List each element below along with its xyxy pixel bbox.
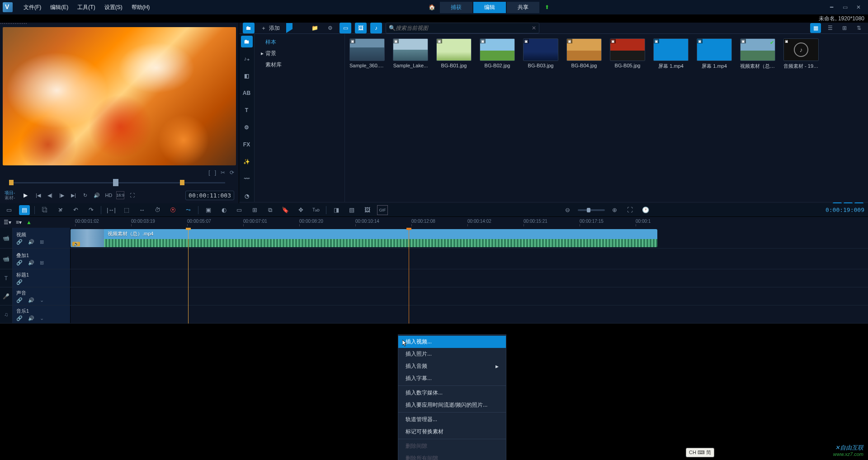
tl-stretch-icon[interactable]: ↔ <box>137 205 147 215</box>
chevron-down-icon[interactable]: ⌄ <box>40 297 44 303</box>
tl-color-icon[interactable]: ▧ <box>346 205 357 215</box>
sidebar-media-icon[interactable]: 🖿 <box>241 36 253 47</box>
library-item[interactable]: ▣Sample_360.m... <box>349 38 385 70</box>
mark-in-icon[interactable]: [ <box>208 169 210 176</box>
track-options-icon[interactable]: ☰▾ <box>4 219 11 225</box>
window-minimize[interactable]: ━ <box>825 3 838 11</box>
tl-crop-icon[interactable]: ⬚ <box>121 205 132 215</box>
preview-scrubber[interactable] <box>5 178 234 187</box>
library-item[interactable]: ▣BG-B02.jpg <box>480 38 515 70</box>
timeline-timecode[interactable]: 0:00:19:009 <box>826 207 864 213</box>
library-item[interactable]: ▣BG-B03.jpg <box>523 38 558 70</box>
clear-search-icon[interactable]: ✕ <box>532 25 536 31</box>
home-icon[interactable]: 🏠 <box>426 2 439 12</box>
menu-edit[interactable]: 编辑(E) <box>46 2 73 13</box>
track-sort-icon[interactable]: ≡▾ <box>16 219 22 225</box>
library-item[interactable]: ▣BG-B04.jpg <box>566 38 602 70</box>
ctx-insert-timelapse[interactable]: 插入要应用时间流逝/频闪的照片... <box>398 399 506 411</box>
tl-copy-icon[interactable]: ⿻ <box>39 205 50 215</box>
mode-project[interactable]: 项目- <box>5 190 15 195</box>
sidebar-title-icon[interactable]: T <box>241 104 253 116</box>
track-voice-body[interactable] <box>71 287 868 305</box>
video-clip[interactable]: 视频素材（总）.mp4 🔊 <box>71 229 657 247</box>
filter-audio-icon[interactable]: ♪ <box>370 23 382 33</box>
library-item[interactable]: ▣♪音频素材 - 196... <box>783 38 819 70</box>
filter-video-icon[interactable]: ▭ <box>340 23 351 33</box>
sidebar-ab-icon[interactable]: AB <box>241 87 253 99</box>
panel-grip[interactable] <box>0 23 27 25</box>
chevron-down-icon[interactable]: ⌄ <box>40 315 44 321</box>
tl-timeline-icon[interactable]: ▤ <box>19 205 30 215</box>
search-input[interactable] <box>396 25 532 31</box>
track-video-body[interactable]: 视频素材（总）.mp4 🔊 <box>71 228 868 248</box>
track-title-icon[interactable]: T <box>0 269 13 287</box>
zoom-out-icon[interactable]: ⊖ <box>562 205 573 215</box>
tl-undo-icon[interactable]: ↶ <box>70 205 81 215</box>
link-icon[interactable]: 🔗 <box>16 260 23 266</box>
tl-mask-icon[interactable]: ▣ <box>203 205 214 215</box>
sidebar-fx-icon[interactable]: FX <box>241 139 253 150</box>
preview-viewport[interactable] <box>3 27 236 165</box>
ctx-insert-photo[interactable]: 插入照片... <box>398 348 506 360</box>
tl-picture-icon[interactable]: 🖼 <box>362 205 373 215</box>
mode-clip[interactable]: 素材- <box>5 195 15 200</box>
tl-pan-icon[interactable]: ✥ <box>295 205 306 215</box>
timeline-ruler[interactable]: 00:00:01:0200:00:03:1900:00:05:0700:00:0… <box>71 217 868 228</box>
tl-clock-icon[interactable]: 🕐 <box>640 205 651 215</box>
ctx-insert-subtitle[interactable]: 插入字幕... <box>398 372 506 385</box>
zoom-slider[interactable] <box>578 209 605 211</box>
menu-settings[interactable]: 设置(S) <box>100 2 127 13</box>
track-music-icon[interactable]: ♫ <box>0 305 13 323</box>
zoom-fit-icon[interactable]: ⛶ <box>625 205 636 215</box>
library-item[interactable]: ▣屏幕 1.mp4 <box>653 38 689 70</box>
sidebar-sound-icon[interactable]: ♪₊ <box>241 53 253 65</box>
tl-storyboard-icon[interactable]: ▭ <box>4 205 14 215</box>
track-video-icon[interactable]: 📹 <box>0 228 13 248</box>
playhead-marker-2[interactable] <box>409 228 409 324</box>
library-item[interactable]: ▣BG-B01.jpg <box>436 38 472 70</box>
library-item[interactable]: ▣屏幕 1.mp4 <box>697 38 732 70</box>
library-grid[interactable]: ▣Sample_360.m...▣Sample_Lake...▣BG-B01.j… <box>345 34 868 202</box>
add-button[interactable]: ＋添加 <box>258 24 283 32</box>
mark-out-icon[interactable]: ] <box>215 169 216 176</box>
preview-timecode[interactable]: 00:00:11:003 <box>185 191 234 200</box>
tl-grid-icon[interactable]: ⊞ <box>249 205 260 215</box>
tl-split-icon[interactable]: ⧉ <box>264 205 275 215</box>
ctx-mark-replaceable[interactable]: 标记可替换素材 <box>398 426 506 438</box>
sidebar-path-icon[interactable]: 〰 <box>241 173 253 185</box>
menu-tools[interactable]: 工具(T) <box>73 2 99 13</box>
tl-frame-icon[interactable]: ▭ <box>234 205 245 215</box>
filter-photo-icon[interactable]: 🖼 <box>355 23 367 33</box>
play-button[interactable]: ▶ <box>20 190 30 200</box>
tab-edit[interactable]: 编辑 <box>473 2 506 13</box>
link-icon[interactable]: 🔗 <box>16 297 23 303</box>
tl-chroma-icon[interactable]: ◐ <box>218 205 229 215</box>
sidebar-blend-icon[interactable]: ◧ <box>241 70 253 82</box>
search-box[interactable]: 🔍 ✕ <box>386 23 539 33</box>
view-grid[interactable]: ⊞ <box>839 23 850 33</box>
sidebar-wand-icon[interactable]: ✨ <box>241 156 253 168</box>
playhead-marker-1[interactable] <box>188 228 189 324</box>
goto-end-button[interactable]: ▶| <box>69 191 77 199</box>
tl-record-icon[interactable]: ⦿ <box>167 205 178 215</box>
ime-indicator[interactable]: CH ⌨ 简 <box>686 448 714 457</box>
lock-icon[interactable]: ⊞ <box>40 239 44 245</box>
split-icon[interactable]: ✂ <box>221 169 225 176</box>
library-item[interactable]: ▣Sample_Lake... <box>393 38 428 70</box>
tl-motion-icon[interactable]: ⤳ <box>183 205 193 215</box>
link-icon[interactable]: 🔗 <box>16 315 23 321</box>
ctx-insert-digital[interactable]: 插入数字媒体... <box>398 387 506 399</box>
library-item[interactable]: ▣BG-B05.jpg <box>610 38 645 70</box>
track-expand-icon[interactable]: ▲ <box>26 219 32 225</box>
library-item[interactable]: ▣✔视频素材（总）... <box>740 38 775 70</box>
ctx-insert-video[interactable]: 插入视频... <box>398 336 506 348</box>
gear-icon[interactable]: ⚙ <box>324 23 336 33</box>
volume-icon[interactable]: 🔊 <box>93 191 101 199</box>
tl-marker-icon[interactable]: 🔖 <box>280 205 291 215</box>
menu-file[interactable]: 文件(F) <box>19 2 46 13</box>
media-folder-icon[interactable]: 🖿 <box>243 23 255 33</box>
track-music-body[interactable] <box>71 305 868 323</box>
ctx-track-manager[interactable]: 轨道管理器... <box>398 413 506 426</box>
tree-library[interactable]: 素材库 <box>255 59 344 70</box>
tl-adjust-icon[interactable]: ◨ <box>331 205 342 215</box>
